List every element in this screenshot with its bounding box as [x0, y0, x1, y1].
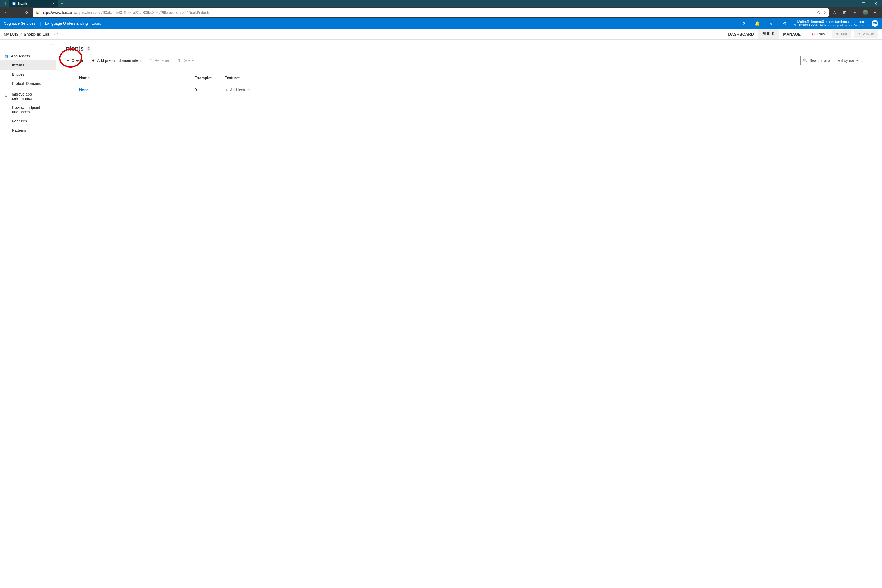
url-host: https://www.luis.ai — [42, 10, 72, 15]
tab-manage[interactable]: MANAGE — [779, 29, 805, 39]
sidebar: « ▧ App Assets Intents Entities Prebuilt… — [0, 40, 56, 588]
window-maximize-button[interactable]: ▢ — [857, 0, 870, 7]
sidebar-item-entities[interactable]: Entities — [0, 70, 56, 79]
search-input[interactable]: 🔍 Search for an intent by name ... — [800, 56, 874, 65]
tab-close-icon[interactable]: × — [52, 2, 54, 6]
header-divider: | — [40, 21, 41, 26]
feedback-icon[interactable]: ☺ — [766, 19, 776, 28]
favorites-bar-icon[interactable]: ⩚ — [830, 8, 839, 17]
publish-icon: ⇪ — [858, 32, 861, 36]
plus-icon: ＋ — [66, 58, 70, 63]
breadcrumb-version: V0.1 — [52, 33, 59, 36]
sidebar-item-prebuilt-domains[interactable]: Prebuilt Domains — [0, 79, 56, 88]
settings-icon[interactable]: ⚙ — [780, 19, 789, 28]
add-prebuilt-button[interactable]: ＋ Add prebuilt domain intent — [90, 57, 143, 64]
new-tab-button[interactable]: ＋ — [58, 0, 66, 7]
user-account-block[interactable]: Malte.Reimann@studentambassadors.com AUT… — [794, 20, 865, 27]
improve-icon: ≋ — [4, 94, 8, 99]
tab-build[interactable]: BUILD — [758, 29, 779, 39]
service-name[interactable]: Cognitive Services — [4, 21, 35, 26]
window-minimize-button[interactable]: — — [844, 0, 857, 7]
delete-icon: 🗑 — [177, 58, 181, 63]
extensions-icon[interactable]: ✧ — [850, 8, 860, 17]
azure-header: Cognitive Services | Language Understand… — [0, 18, 882, 29]
sidebar-group-app-assets[interactable]: ▧ App Assets — [0, 52, 56, 60]
tab-dashboard[interactable]: DASHBOARD — [724, 29, 758, 39]
luis-favicon: ⬤ — [12, 2, 16, 6]
version-dropdown-icon[interactable]: ⌄ — [62, 32, 64, 36]
sidebar-item-review-utterances[interactable]: Review endpoint utterances — [0, 103, 56, 117]
sidebar-item-patterns[interactable]: Patterns — [0, 126, 56, 135]
breadcrumb-current[interactable]: Shopping List — [24, 32, 49, 36]
nav-back-button[interactable]: ← — [2, 8, 11, 17]
plus-icon: ＋ — [225, 87, 228, 92]
window-close-button[interactable]: ✕ — [870, 0, 882, 7]
url-path: /applications/e7763afa-d543-4b54-a22a-83… — [74, 10, 210, 15]
delete-button[interactable]: 🗑 Delete — [176, 57, 195, 64]
browser-tablist: ⬤ Intents × — [9, 0, 58, 7]
search-icon: 🔍 — [803, 58, 807, 63]
page-toolbar: ＋ Create ＋ Add prebuilt domain intent ✎ … — [64, 56, 874, 65]
titlebar-spacer — [66, 0, 844, 7]
authoring-resource: AUTHORING RESOURCE: shopping-list-bot-lu… — [794, 24, 865, 27]
search-placeholder: Search for an intent by name ... — [810, 58, 862, 63]
zoom-icon[interactable]: ⊕ — [817, 10, 820, 15]
browser-tab[interactable]: ⬤ Intents × — [9, 0, 58, 7]
nav-refresh-button[interactable]: ⟳ — [22, 8, 32, 17]
app-bar: My LUIS / Shopping List V0.1 ⌄ DASHBOARD… — [0, 29, 882, 40]
url-box[interactable]: 🔒 https://www.luis.ai/applications/e7763… — [33, 9, 829, 16]
column-examples[interactable]: Examples — [195, 76, 225, 80]
test-icon: ⚗ — [836, 32, 839, 36]
train-icon: ⚙ — [812, 32, 815, 36]
lock-icon: 🔒 — [35, 10, 39, 14]
column-name[interactable]: Name ↑ — [64, 76, 195, 80]
tab-title: Intents — [18, 2, 28, 6]
profile-button[interactable] — [861, 8, 870, 17]
sidebar-group-improve[interactable]: ≋ Improve app performance — [0, 90, 56, 103]
notifications-icon[interactable]: 🔔 — [753, 19, 762, 28]
product-name[interactable]: Language Understanding - westus — [45, 21, 101, 26]
intents-table: Name ↑ Examples Features None 0 ＋ Add fe… — [64, 73, 874, 97]
plus-icon: ＋ — [91, 58, 96, 63]
breadcrumb-separator: / — [21, 32, 22, 36]
publish-button[interactable]: ⇪ Publish — [854, 30, 878, 38]
favorite-icon[interactable]: ✩ — [823, 10, 826, 15]
rename-button[interactable]: ✎ Rename — [148, 57, 171, 64]
browser-titlebar: ⬤ Intents × ＋ — ▢ ✕ — [0, 0, 882, 7]
browser-menu-button[interactable]: ⋯ — [871, 8, 880, 17]
browser-address-bar: ← → ⟳ 🔒 https://www.luis.ai/applications… — [0, 7, 882, 18]
create-button[interactable]: ＋ Create — [64, 57, 85, 64]
table-header: Name ↑ Examples Features — [64, 73, 874, 83]
column-features[interactable]: Features — [225, 76, 874, 80]
sort-asc-icon: ↑ — [91, 76, 93, 80]
breadcrumb: My LUIS / Shopping List V0.1 ⌄ — [4, 32, 64, 36]
add-feature-button[interactable]: ＋ Add feature — [225, 87, 874, 92]
tab-actions-icon[interactable] — [0, 0, 9, 7]
main-content: Intents ? ＋ Create ＋ Add prebuilt domain… — [56, 40, 882, 588]
help-icon[interactable]: ? — [739, 19, 748, 28]
train-button[interactable]: ⚙ Train — [808, 30, 829, 38]
svg-rect-0 — [3, 2, 6, 5]
sidebar-item-intents[interactable]: Intents — [0, 60, 56, 70]
app-assets-icon: ▧ — [4, 54, 8, 58]
test-button[interactable]: ⚗ Test — [832, 30, 851, 38]
rename-icon: ✎ — [150, 58, 153, 63]
sidebar-collapse-icon[interactable]: « — [51, 42, 53, 46]
examples-count: 0 — [195, 88, 225, 92]
user-email: Malte.Reimann@studentambassadors.com — [797, 20, 865, 24]
collections-icon[interactable]: ⊞ — [840, 8, 849, 17]
intent-link[interactable]: None — [79, 88, 89, 92]
page-help-icon[interactable]: ? — [86, 46, 91, 51]
page-title: Intents — [64, 45, 84, 52]
breadcrumb-root[interactable]: My LUIS — [4, 32, 18, 36]
table-row: None 0 ＋ Add feature — [64, 83, 874, 97]
nav-forward-button[interactable]: → — [12, 8, 21, 17]
sidebar-item-features[interactable]: Features — [0, 117, 56, 126]
avatar[interactable]: MR — [872, 20, 878, 27]
top-tabs: DASHBOARD BUILD MANAGE — [724, 29, 805, 39]
